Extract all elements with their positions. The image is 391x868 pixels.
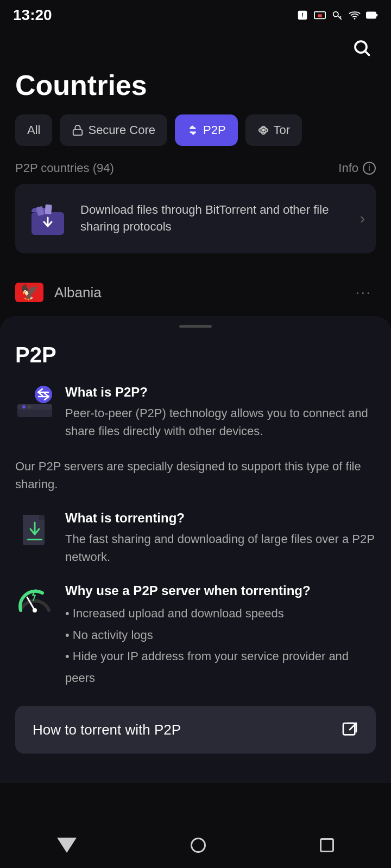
bullet-2: No activity logs xyxy=(65,624,376,646)
home-button[interactable] xyxy=(173,833,223,857)
key-icon xyxy=(331,9,343,21)
svg-point-5 xyxy=(354,18,356,20)
svg-text:!: ! xyxy=(301,12,304,18)
torrent-icon xyxy=(15,510,54,550)
bullet-1: Increased upload and download speeds xyxy=(65,603,376,624)
sheet-title: P2P xyxy=(15,343,376,367)
p2p-icon xyxy=(187,124,199,136)
info-section-why-p2p: Why use a P2P server when torrenting? In… xyxy=(15,583,376,688)
onion-icon xyxy=(257,124,269,136)
status-time: 13:20 xyxy=(13,7,52,24)
wifi-icon xyxy=(349,9,361,21)
bullet-3: Hide your IP address from your service p… xyxy=(65,646,376,688)
what-is-p2p-text: Peer-to-peer (P2P) technology allows you… xyxy=(65,404,376,440)
tab-all-label: All xyxy=(27,123,40,137)
torrenting-content: What is torrenting? The fast sharing and… xyxy=(65,510,376,566)
info-label: Info xyxy=(338,161,358,175)
banner-chevron-icon: › xyxy=(360,210,365,227)
info-button[interactable]: Info i xyxy=(338,161,376,175)
home-icon xyxy=(191,838,206,853)
svg-rect-10 xyxy=(73,130,83,135)
speed-gauge-icon xyxy=(15,583,54,622)
cta-label: How to torrent with P2P xyxy=(33,722,181,738)
svg-rect-8 xyxy=(376,14,377,17)
info-banner[interactable]: Download files through BitTorrent and ot… xyxy=(15,184,376,253)
header xyxy=(0,28,391,63)
lock-icon xyxy=(72,124,84,136)
albania-name: Albania xyxy=(54,284,340,301)
battery-icon xyxy=(366,9,378,21)
back-button[interactable] xyxy=(40,833,94,857)
svg-point-25 xyxy=(33,608,37,612)
tab-secure-core[interactable]: Secure Core xyxy=(60,114,167,146)
svg-point-4 xyxy=(333,12,338,17)
torrenting-title: What is torrenting? xyxy=(65,510,376,526)
info-section-torrenting: What is torrenting? The fast sharing and… xyxy=(15,510,376,566)
info-section-what-is-p2p: What is P2P? Peer-to-peer (P2P) technolo… xyxy=(15,385,376,440)
why-p2p-bullets: Increased upload and download speeds No … xyxy=(65,603,376,688)
back-icon xyxy=(57,838,77,853)
notification-icon: ! xyxy=(297,9,308,21)
p2p-server-icon xyxy=(15,385,54,424)
search-icon xyxy=(352,38,371,58)
country-row-albania[interactable]: 🦅 Albania ··· xyxy=(0,269,391,316)
tab-secure-core-label: Secure Core xyxy=(88,123,155,137)
svg-rect-7 xyxy=(367,12,375,17)
recents-icon xyxy=(320,838,334,852)
albania-eagle-icon: 🦅 xyxy=(20,285,39,300)
torrenting-text: The fast sharing and downloading of larg… xyxy=(65,530,376,566)
banner-icon xyxy=(26,197,70,240)
bittorrent-icon xyxy=(26,197,70,240)
albania-flag: 🦅 xyxy=(15,283,43,302)
filter-tabs: All Secure Core P2P Tor xyxy=(0,114,391,161)
tab-all[interactable]: All xyxy=(15,114,52,146)
p2p-extra-text: Our P2P servers are specially designed t… xyxy=(15,457,376,493)
svg-rect-3 xyxy=(318,14,321,17)
status-icons: ! xyxy=(297,9,378,21)
info-circle-icon: i xyxy=(363,162,376,175)
svg-rect-23 xyxy=(27,539,42,540)
why-p2p-title: Why use a P2P server when torrenting? xyxy=(65,583,376,598)
page-title: Countries xyxy=(0,63,391,114)
sheet-handle xyxy=(179,325,212,328)
svg-point-21 xyxy=(35,386,52,403)
what-is-p2p-content: What is P2P? Peer-to-peer (P2P) technolo… xyxy=(65,385,376,440)
banner-text: Download files through BitTorrent and ot… xyxy=(80,202,349,235)
bottom-nav xyxy=(0,825,391,868)
bottom-sheet: P2P What is P2P? Peer-to-peer (P2P) tech… xyxy=(0,316,391,783)
svg-point-19 xyxy=(22,405,26,409)
tab-p2p[interactable]: P2P xyxy=(175,114,238,146)
svg-point-20 xyxy=(28,405,31,409)
what-is-p2p-title: What is P2P? xyxy=(65,385,376,400)
recents-button[interactable] xyxy=(302,834,351,857)
section-header: P2P countries (94) Info i xyxy=(0,161,391,184)
tab-p2p-label: P2P xyxy=(203,123,226,137)
tab-tor-label: Tor xyxy=(274,123,291,137)
svg-point-13 xyxy=(262,129,264,131)
why-p2p-content: Why use a P2P server when torrenting? In… xyxy=(65,583,376,688)
svg-rect-26 xyxy=(343,723,355,735)
p2p-count: P2P countries (94) xyxy=(15,161,114,175)
cast-icon xyxy=(314,9,326,21)
tab-tor[interactable]: Tor xyxy=(245,114,302,146)
search-button[interactable] xyxy=(348,34,376,63)
how-to-torrent-button[interactable]: How to torrent with P2P xyxy=(15,706,376,754)
external-link-icon xyxy=(341,721,358,738)
status-bar: 13:20 ! xyxy=(0,0,391,28)
albania-more-button[interactable]: ··· xyxy=(351,279,376,305)
svg-rect-16 xyxy=(45,205,52,215)
